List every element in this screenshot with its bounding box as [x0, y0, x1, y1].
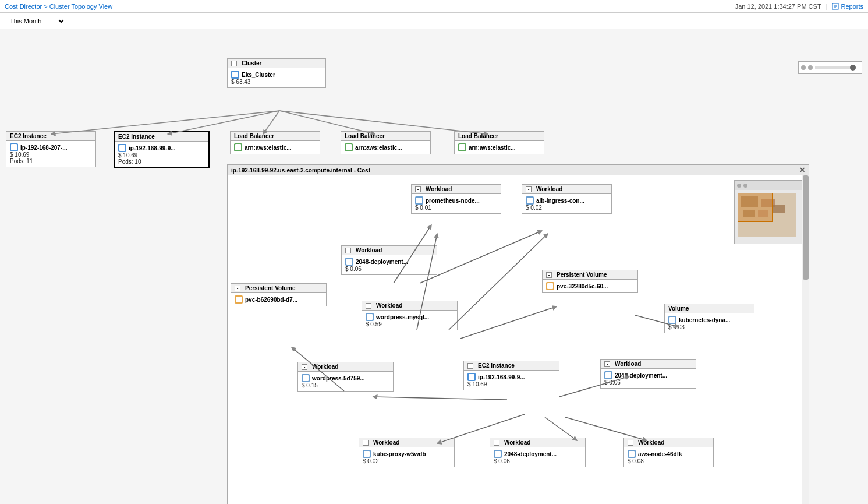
svg-line-15: [373, 397, 507, 400]
scrollbar-thumb[interactable]: [803, 175, 809, 280]
ec2-2-header: EC2 Instance: [115, 132, 208, 142]
ec2-2-name: ip-192-168-99-9...: [118, 144, 205, 152]
detail-panel: ip-192-168-99-92.us-east-2.compute.inter…: [227, 164, 809, 504]
zoom-controls[interactable]: [798, 61, 862, 74]
workload-prometheus[interactable]: - Workload prometheus-node... $ 0.01: [411, 184, 501, 214]
cluster-cost: $ 63.43: [231, 79, 322, 85]
ec2-1-name: ip-192-168-207-...: [10, 143, 92, 151]
zoom-dot-1: [801, 65, 806, 70]
pv-label: Persistent Volume: [557, 272, 607, 278]
workload-2048-bottom-body: 2048-deployment... $ 0.06: [490, 447, 585, 467]
cluster-name: Eks_Cluster: [231, 71, 322, 79]
lb-2-header: Load Balancer: [341, 132, 430, 141]
ec2-2-cost: $ 10.69: [118, 152, 205, 158]
topbar-right: Jan 12, 2021 1:34:27 PM CST | Reports: [735, 3, 863, 10]
workload-kube-proxy[interactable]: - Workload kube-proxy-w5wdb $ 0.02: [359, 438, 455, 467]
pv-32280[interactable]: - Persistent Volume pvc-32280d5c-60...: [542, 270, 638, 293]
collapse-btn[interactable]: -: [467, 363, 473, 369]
svg-line-5: [168, 111, 279, 134]
volume-kubernetes[interactable]: Volume kubernetes-dyna... $ 0.03: [664, 304, 754, 333]
volume-body: kubernetes-dyna... $ 0.03: [665, 313, 754, 333]
lb-1-body: arn:aws:elastic...: [231, 141, 320, 154]
ec2-instance-2[interactable]: EC2 Instance ip-192-168-99-9... $ 10.69 …: [114, 131, 210, 168]
ec2-1-icon: [10, 143, 18, 151]
ec2-detail-body: ip-192-168-99-9... $ 10.69: [464, 371, 559, 390]
load-balancer-2[interactable]: Load Balancer arn:aws:elastic...: [341, 131, 431, 154]
workload-aws-node-body: aws-node-46dfk $ 0.08: [624, 447, 713, 467]
collapse-btn[interactable]: -: [366, 303, 371, 309]
svg-line-19: [565, 417, 647, 440]
workload-2048-top-header: - Workload: [342, 246, 437, 255]
breadcrumb-cost-director[interactable]: Cost Director: [5, 3, 42, 10]
svg-line-18: [545, 417, 577, 440]
reports-icon: [832, 3, 839, 10]
alb-icon: [526, 196, 534, 205]
collapse-btn[interactable]: -: [302, 364, 307, 370]
workload-label: Workload: [373, 439, 399, 446]
pv-label: Persistent Volume: [245, 285, 296, 291]
load-balancer-1[interactable]: Load Balancer arn:aws:elastic...: [230, 131, 320, 154]
collapse-btn[interactable]: -: [604, 361, 610, 367]
pv-b62690-header: - Persistent Volume: [231, 284, 326, 293]
ec2-1-type: EC2 Instance: [10, 133, 47, 139]
workload-2048-right-header: - Workload: [601, 360, 696, 369]
collapse-btn[interactable]: -: [415, 186, 421, 192]
svg-rect-26: [773, 205, 785, 213]
ec2-instance-1[interactable]: EC2 Instance ip-192-168-207-... $ 10.69 …: [6, 131, 96, 167]
collapse-btn[interactable]: -: [628, 440, 633, 446]
detail-panel-title: ip-192-168-99-92.us-east-2.compute.inter…: [231, 167, 370, 174]
collapse-btn[interactable]: -: [231, 61, 237, 66]
period-select[interactable]: This Month Last Month Last 3 Months Last…: [5, 16, 66, 26]
ec2-1-pods: Pods: 11: [10, 158, 92, 164]
detail-scrollbar[interactable]: [802, 175, 809, 504]
prometheus-icon: [415, 196, 423, 205]
collapse-btn[interactable]: -: [345, 248, 351, 253]
workload-prometheus-body: prometheus-node... $ 0.01: [412, 194, 501, 213]
workload-2048-right[interactable]: - Workload 2048-deployment... $ 0.06: [600, 359, 696, 389]
pv-b62690-icon: [235, 295, 243, 304]
workload-alb-ingress[interactable]: - Workload alb-ingress-con... $ 0.02: [522, 184, 612, 214]
detail-panel-body[interactable]: - Workload prometheus-node... $ 0.01 - W…: [228, 175, 809, 504]
load-balancer-3[interactable]: Load Balancer arn:aws:elastic...: [454, 131, 544, 154]
collapse-btn[interactable]: -: [363, 440, 369, 446]
collapse-btn[interactable]: -: [546, 272, 552, 278]
workload-2048-top[interactable]: - Workload 2048-deployment... $ 0.06: [341, 245, 437, 275]
workload-wordpress-5d759[interactable]: - Workload wordpress-5d759... $ 0.15: [297, 362, 394, 392]
ec2-detail[interactable]: - EC2 Instance ip-192-168-99-9... $ 10.6…: [463, 361, 559, 390]
ec2-detail-icon: [467, 373, 476, 381]
pv-32280-icon: [546, 282, 554, 290]
reports-label: Reports: [841, 3, 863, 10]
reports-button[interactable]: Reports: [832, 3, 863, 10]
ec2-2-type: EC2 Instance: [118, 133, 155, 140]
mini-map-dot-2: [743, 184, 747, 188]
cluster-type-label: Cluster: [242, 60, 261, 66]
detail-panel-close-button[interactable]: ✕: [799, 166, 805, 174]
workload-aws-node[interactable]: - Workload aws-node-46dfk $ 0.08: [623, 438, 714, 467]
lb-3-header: Load Balancer: [455, 132, 544, 141]
breadcrumb: Cost Director > Cluster Topology View: [5, 3, 112, 10]
volume-header: Volume: [665, 304, 754, 313]
collapse-btn[interactable]: -: [235, 286, 240, 291]
workload-wordpress-mysql[interactable]: - Workload wordpress-mysql... $ 0.59: [362, 301, 458, 330]
workload-wp-5d759-header: - Workload: [298, 362, 393, 372]
lb-2-name: arn:aws:elastic...: [345, 143, 427, 151]
zoom-handle[interactable]: [850, 65, 856, 71]
lb-2-type: Load Balancer: [345, 133, 385, 139]
ec2-1-body: ip-192-168-207-... $ 10.69 Pods: 11: [6, 141, 95, 167]
zoom-slider[interactable]: [815, 66, 856, 69]
pv-b62690[interactable]: - Persistent Volume pvc-b62690bd-d7...: [231, 283, 327, 306]
workload-2048-top-body: 2048-deployment... $ 0.06: [342, 255, 437, 274]
lb-1-icon: [234, 143, 242, 151]
workload-label: Workload: [615, 361, 641, 367]
workload-alb-body: alb-ingress-con... $ 0.02: [522, 194, 611, 213]
collapse-btn[interactable]: -: [526, 186, 532, 192]
workload-label: Workload: [356, 247, 382, 253]
pv-32280-body: pvc-32280d5c-60...: [543, 280, 637, 292]
mini-map-header: [735, 181, 803, 190]
workload-2048-bottom[interactable]: - Workload 2048-deployment... $ 0.06: [490, 438, 586, 467]
collapse-btn[interactable]: -: [494, 440, 499, 446]
kube-proxy-icon: [363, 450, 371, 458]
cluster-node[interactable]: - Cluster Eks_Cluster $ 63.43: [227, 58, 326, 88]
lb-3-icon: [458, 143, 466, 151]
pv-b62690-body: pvc-b62690bd-d7...: [231, 293, 326, 306]
